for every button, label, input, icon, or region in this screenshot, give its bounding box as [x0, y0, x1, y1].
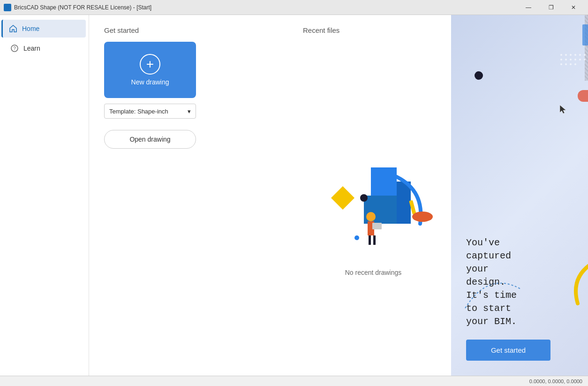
svg-point-26: [574, 63, 576, 65]
close-button[interactable]: ✕: [563, 0, 584, 15]
svg-point-28: [584, 54, 586, 56]
svg-point-13: [360, 194, 368, 202]
sidebar-item-learn[interactable]: ? Learn: [3, 39, 86, 57]
svg-point-25: [570, 63, 572, 65]
title-bar-left: BricsCAD Shape (NOT FOR RESALE License) …: [4, 4, 151, 11]
svg-point-24: [565, 63, 567, 65]
recent-files-title: Recent files: [303, 26, 339, 34]
svg-rect-4: [397, 182, 411, 224]
promo-content: You'vecapturedyourdesign.It's timeto sta…: [466, 236, 588, 361]
svg-point-20: [565, 59, 567, 61]
new-drawing-label: New drawing: [131, 78, 169, 86]
open-drawing-button[interactable]: Open drawing: [104, 130, 196, 149]
sidebar-home-label: Home: [22, 25, 39, 32]
promo-get-started-button[interactable]: Get started: [466, 340, 550, 361]
svg-point-23: [560, 63, 562, 65]
promo-text: You'vecapturedyourdesign.It's timeto sta…: [466, 236, 588, 328]
maximize-button[interactable]: ❐: [540, 0, 562, 15]
svg-point-15: [560, 54, 562, 56]
window-title: BricsCAD Shape (NOT FOR RESALE License) …: [14, 4, 151, 11]
svg-point-19: [560, 59, 562, 61]
svg-rect-10: [372, 223, 382, 229]
open-drawing-label: Open drawing: [129, 136, 170, 143]
help-icon: ?: [10, 44, 19, 53]
main-area: Home ? Learn Get started + New drawing T…: [0, 15, 588, 376]
recent-files-illustration: No recent drawings: [303, 42, 444, 364]
svg-point-17: [570, 54, 572, 56]
svg-marker-2: [331, 186, 354, 210]
svg-text:?: ?: [13, 46, 16, 51]
svg-point-16: [565, 54, 567, 56]
svg-rect-8: [369, 235, 371, 245]
home-icon: [9, 24, 17, 33]
title-bar: BricsCAD Shape (NOT FOR RESALE License) …: [0, 0, 588, 15]
new-drawing-button[interactable]: + New drawing: [104, 42, 196, 98]
get-started-title: Get started: [104, 26, 280, 34]
svg-point-21: [570, 59, 572, 61]
left-panel: Get started + New drawing Template: Shap…: [89, 15, 295, 376]
coordinates-display: 0.0000, 0.0000, 0.0000: [529, 378, 582, 384]
template-label: Template: Shape-inch: [109, 108, 168, 115]
svg-point-18: [574, 54, 576, 56]
svg-point-12: [412, 212, 433, 222]
svg-point-6: [366, 212, 376, 221]
promo-panel: You'vecapturedyourdesign.It's timeto sta…: [451, 15, 588, 376]
svg-point-31: [584, 59, 586, 61]
svg-point-14: [354, 235, 359, 240]
svg-rect-9: [373, 235, 376, 245]
sidebar-item-home[interactable]: Home: [1, 20, 86, 38]
sidebar-learn-label: Learn: [23, 45, 40, 52]
template-selector[interactable]: Template: Shape-inch ▾: [104, 104, 196, 119]
svg-point-22: [574, 59, 576, 61]
plus-icon: +: [140, 54, 160, 75]
minimize-button[interactable]: —: [518, 0, 539, 15]
center-panel: Recent files: [295, 15, 451, 376]
svg-point-30: [579, 59, 581, 61]
no-recent-text: No recent drawings: [345, 269, 402, 276]
app-icon: [4, 4, 11, 11]
window-controls: — ❐ ✕: [518, 0, 584, 15]
chevron-down-icon: ▾: [188, 108, 191, 115]
svg-point-27: [579, 54, 581, 56]
status-bar: 0.0000, 0.0000, 0.0000: [0, 376, 588, 386]
sidebar: Home ? Learn: [0, 15, 89, 376]
content-area: Get started + New drawing Template: Shap…: [89, 15, 588, 376]
illustration-svg: [303, 130, 444, 261]
